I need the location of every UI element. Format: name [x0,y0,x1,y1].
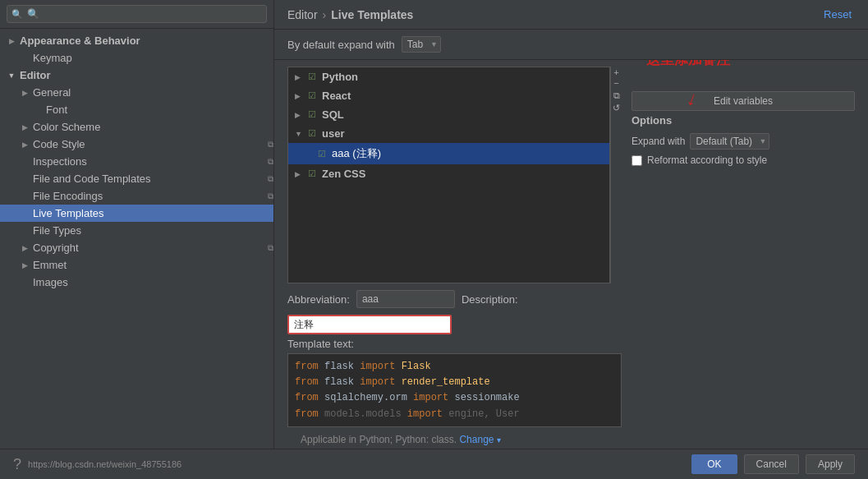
applicable-row: Applicable in Python; Python: class. Cha… [287,431,622,449]
group-label: user [322,127,344,140]
template-item-label: aaa (注释) [332,146,381,161]
breadcrumb-separator: › [323,8,327,21]
code-line-2: from flask import render_template [295,375,614,390]
sidebar-item-label: Emmet [31,259,273,271]
scrollbar[interactable]: + − ⧉ ↺ [610,67,622,283]
ok-button[interactable]: OK [691,454,737,474]
check-icon: ☑ [308,168,316,179]
abbrev-desc-row: Abbreviation: Description: [287,283,622,338]
plus-icon[interactable]: + [613,68,618,77]
arrow-icon: ▶ [295,111,305,119]
edit-variables-button[interactable]: Edit variables [631,91,855,111]
sidebar-item-font[interactable]: Font [0,101,273,118]
sidebar-item-code-style[interactable]: ▶ Code Style ⧉ [0,136,273,153]
sidebar-item-live-templates[interactable]: Live Templates [0,205,273,222]
sidebar-item-label: Live Templates [31,207,273,219]
settings-dialog: 🔍 ▶ Appearance & Behavior Keymap ▼ [0,0,868,479]
sidebar-item-appearance[interactable]: ▶ Appearance & Behavior [0,32,273,49]
sidebar-item-copyright[interactable]: ▶ Copyright ⧉ [0,239,273,256]
sidebar-item-file-encodings[interactable]: File Encodings ⧉ [0,187,273,205]
arrow-icon: ▶ [295,73,305,81]
change-link[interactable]: Change [459,434,494,445]
template-group-react[interactable]: ▶ ☑ React [288,86,609,105]
group-label: Zen CSS [322,168,365,180]
options-section: Options Expand with Default (Tab) [631,114,855,166]
template-group-sql[interactable]: ▶ ☑ SQL [288,105,609,124]
copy-icon[interactable]: ⧉ [613,91,620,100]
code-line-4: from models.models import engine, User [295,407,614,422]
arrow-icon: ▶ [295,170,305,178]
sidebar-item-label: Copyright [31,242,264,254]
template-code[interactable]: from flask import Flask from flask impor… [287,353,622,427]
arrow-icon: ▶ [18,123,31,131]
expand-with-select-wrap: Tab [402,36,441,53]
sidebar-item-emmet[interactable]: ▶ Emmet [0,256,273,274]
reset-button[interactable]: Reset [820,7,855,22]
sidebar-item-inspections[interactable]: Inspections ⧉ [0,153,273,170]
breadcrumb-parent: Editor [287,8,318,21]
arrow-icon: ▶ [18,261,31,269]
sidebar-item-editor[interactable]: ▼ Editor [0,67,273,84]
sidebar-item-label: Images [31,276,273,288]
sidebar-tree: ▶ Appearance & Behavior Keymap ▼ Editor … [0,29,273,449]
expand-with-options-label: Expand with [631,136,685,147]
help-icon[interactable]: ? [13,456,21,473]
sidebar-item-label: Appearance & Behavior [18,35,273,47]
group-label: SQL [322,108,344,121]
sidebar-item-label: Color Scheme [31,121,273,133]
options-title: Options [631,114,855,127]
search-input[interactable] [7,5,267,23]
sidebar-item-keymap[interactable]: Keymap [0,49,273,67]
cancel-button[interactable]: Cancel [744,454,799,474]
reformat-checkbox[interactable] [631,155,642,166]
expand-with-select[interactable]: Tab [402,36,441,53]
apply-button[interactable]: Apply [806,454,855,474]
desc-label: Description: [462,293,518,306]
sidebar-item-general[interactable]: ▶ General [0,84,273,101]
right-panel-content: Edit variables Options Expand with Defau… [631,91,855,166]
check-icon: ☑ [308,90,316,101]
template-group-user[interactable]: ▼ ☑ user [288,124,609,143]
abbrev-label: Abbreviation: [287,293,350,306]
search-box: 🔍 [0,0,273,29]
dialog-body: 🔍 ▶ Appearance & Behavior Keymap ▼ [0,0,868,449]
sidebar-item-label: File Types [31,224,273,237]
sidebar-item-file-types[interactable]: File Types [0,222,273,239]
code-line-1: from flask import Flask [295,359,614,375]
sidebar-item-label: General [31,86,273,99]
template-group-zencss[interactable]: ▶ ☑ Zen CSS [288,164,609,183]
undo-icon[interactable]: ↺ [613,104,620,113]
arrow-icon: ▶ [18,140,31,149]
arrow-icon: ▶ [5,37,18,45]
sidebar-item-label: File Encodings [31,190,264,202]
sidebar-item-images[interactable]: Images [0,274,273,291]
sidebar-item-file-code-templates[interactable]: File and Code Templates ⧉ [0,170,273,187]
reformat-row: Reformat according to style [631,154,855,166]
sidebar-item-label: Keymap [31,52,273,64]
breadcrumb: Editor › Live Templates [287,8,413,21]
sidebar-item-color-scheme[interactable]: ▶ Color Scheme [0,118,273,136]
minus-icon[interactable]: − [613,79,618,88]
template-group-python[interactable]: ▶ ☑ Python [288,67,609,86]
abbreviation-input[interactable] [356,290,455,308]
expand-with-options-select[interactable]: Default (Tab) [690,133,769,150]
code-line-3: from sqlalchemy.orm import sessionmake [295,390,614,406]
check-icon: ☑ [308,109,316,120]
sidebar-item-label: Inspections [31,155,264,168]
arrow-icon: ▶ [18,89,31,97]
arrow-icon: ▶ [18,244,31,252]
search-icon: 🔍 [11,9,23,20]
settings-icon: ⧉ [268,157,273,167]
group-label: Python [322,71,358,83]
settings-icon: ⧉ [268,140,273,150]
description-input[interactable] [287,315,452,334]
check-icon: ☑ [308,128,316,139]
dialog-footer: ? https://blog.csdn.net/weixin_48755186 … [0,449,868,479]
sidebar-item-label: File and Code Templates [31,173,264,185]
expand-with-label: By default expand with [287,39,395,51]
template-text-label: Template text: [287,338,622,350]
settings-icon: ⧉ [268,243,273,253]
check-icon: ☑ [318,149,326,159]
template-item-aaa[interactable]: ☑ aaa (注释) [288,143,609,164]
footer-link[interactable]: https://blog.csdn.net/weixin_48755186 [28,459,181,469]
